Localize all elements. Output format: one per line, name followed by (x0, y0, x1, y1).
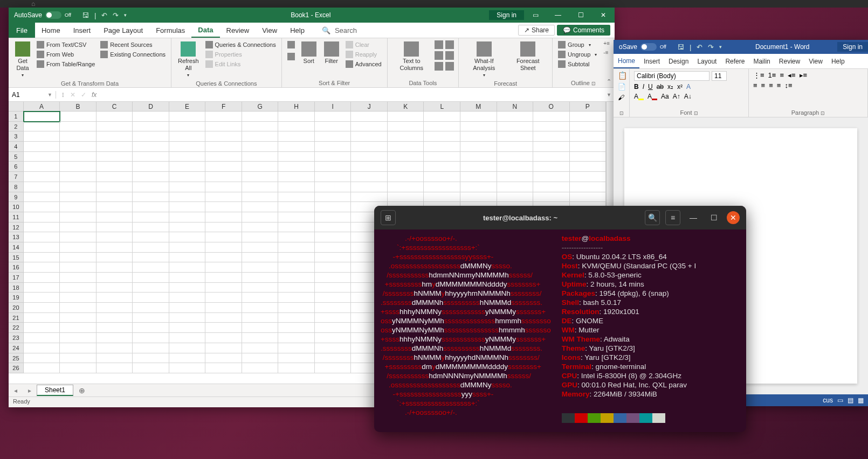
cell[interactable] (278, 182, 315, 192)
cell[interactable] (169, 323, 206, 333)
cell[interactable] (205, 303, 242, 313)
cell[interactable] (169, 142, 206, 152)
tab-design[interactable]: Design (664, 54, 693, 68)
cell[interactable] (205, 162, 242, 172)
cell[interactable] (351, 182, 388, 192)
cell[interactable] (351, 112, 388, 122)
cell[interactable] (24, 293, 60, 303)
cell[interactable] (97, 323, 133, 333)
line-spacing-icon[interactable]: ↕≡ (784, 81, 792, 89)
cell[interactable] (278, 212, 315, 222)
consolidate-icon[interactable] (445, 40, 454, 49)
menu-button[interactable]: ≡ (665, 210, 680, 225)
cell[interactable] (60, 222, 97, 233)
ribbon-options-icon[interactable]: ▭ (524, 11, 547, 19)
cell[interactable] (278, 152, 315, 162)
cell[interactable] (24, 262, 60, 273)
cell[interactable] (351, 122, 388, 132)
cell[interactable] (205, 142, 242, 152)
autosave-toggle[interactable]: AutoSave Off (9, 11, 77, 19)
cell[interactable] (460, 162, 497, 172)
cell[interactable] (315, 192, 352, 203)
cell[interactable] (388, 142, 424, 152)
cell[interactable] (169, 152, 206, 162)
search-button[interactable]: 🔍 (645, 210, 660, 225)
cell[interactable] (60, 323, 97, 333)
cell[interactable] (97, 182, 133, 192)
row-header[interactable]: 15 (9, 253, 24, 263)
cell[interactable] (242, 343, 279, 353)
cell[interactable] (315, 283, 352, 293)
cell[interactable] (133, 323, 169, 333)
row-header[interactable]: 2 (9, 122, 24, 132)
cell[interactable] (24, 122, 60, 132)
read-mode-icon[interactable]: ▭ (837, 397, 843, 404)
cell[interactable] (242, 253, 279, 263)
cell[interactable] (315, 131, 352, 142)
inc-indent-icon[interactable]: ▸≡ (800, 71, 808, 79)
recent-sources-button[interactable]: Recent Sources (99, 40, 167, 49)
cell[interactable] (169, 112, 206, 122)
tab-formulas[interactable]: Formulas (149, 23, 191, 38)
cell[interactable] (497, 162, 534, 172)
cell[interactable] (133, 242, 169, 253)
cell[interactable] (242, 353, 279, 364)
redo-icon[interactable]: ↷ (113, 11, 119, 19)
cell[interactable] (205, 232, 242, 242)
cell[interactable] (242, 182, 279, 192)
cell[interactable] (533, 131, 570, 142)
row-header[interactable]: 10 (9, 202, 24, 212)
search-box[interactable]: 🔍 Search (322, 26, 357, 34)
cell[interactable] (351, 192, 388, 203)
cell[interactable] (242, 303, 279, 313)
column-header[interactable]: F (205, 102, 242, 112)
cell[interactable] (242, 262, 279, 273)
cell[interactable] (24, 333, 60, 343)
cell[interactable] (24, 131, 60, 142)
cell[interactable] (24, 323, 60, 333)
cell[interactable] (205, 182, 242, 192)
cell[interactable] (169, 343, 206, 353)
cell[interactable] (169, 253, 206, 263)
underline-button[interactable]: U (648, 83, 653, 91)
row-header[interactable]: 13 (9, 232, 24, 242)
cell[interactable] (424, 112, 460, 122)
cell[interactable] (278, 303, 315, 313)
cell[interactable] (97, 353, 133, 364)
cell[interactable] (460, 142, 497, 152)
cell[interactable] (97, 293, 133, 303)
cell[interactable] (133, 172, 169, 182)
redo-icon[interactable]: ↷ (708, 43, 714, 51)
cell[interactable] (388, 192, 424, 203)
cell[interactable] (169, 202, 206, 212)
sort-za-button[interactable] (286, 52, 296, 61)
cell[interactable] (460, 172, 497, 182)
sheet-nav-next[interactable]: ▸ (23, 387, 37, 394)
font-size-select[interactable] (712, 71, 727, 81)
cell[interactable] (460, 192, 497, 203)
cell[interactable] (97, 122, 133, 132)
cell[interactable] (205, 343, 242, 353)
fx-icon[interactable]: fx (92, 91, 97, 99)
cell[interactable] (169, 262, 206, 273)
cell[interactable] (533, 142, 570, 152)
cell[interactable] (97, 202, 133, 212)
cell[interactable] (169, 283, 206, 293)
cell[interactable] (205, 363, 242, 373)
cell[interactable] (205, 202, 242, 212)
cell[interactable] (278, 172, 315, 182)
cell[interactable] (205, 222, 242, 233)
cell[interactable] (97, 172, 133, 182)
cell[interactable] (97, 152, 133, 162)
column-header[interactable]: J (351, 102, 388, 112)
cell[interactable] (133, 283, 169, 293)
cell[interactable] (278, 222, 315, 233)
column-header[interactable]: I (315, 102, 352, 112)
cell[interactable] (97, 222, 133, 233)
cell[interactable] (533, 192, 570, 203)
add-sheet-button[interactable]: ⊕ (73, 386, 91, 395)
tab-review[interactable]: Review (220, 23, 256, 38)
cell[interactable] (424, 122, 460, 132)
tab-references[interactable]: Refere (721, 54, 749, 68)
column-header[interactable]: H (278, 102, 315, 112)
